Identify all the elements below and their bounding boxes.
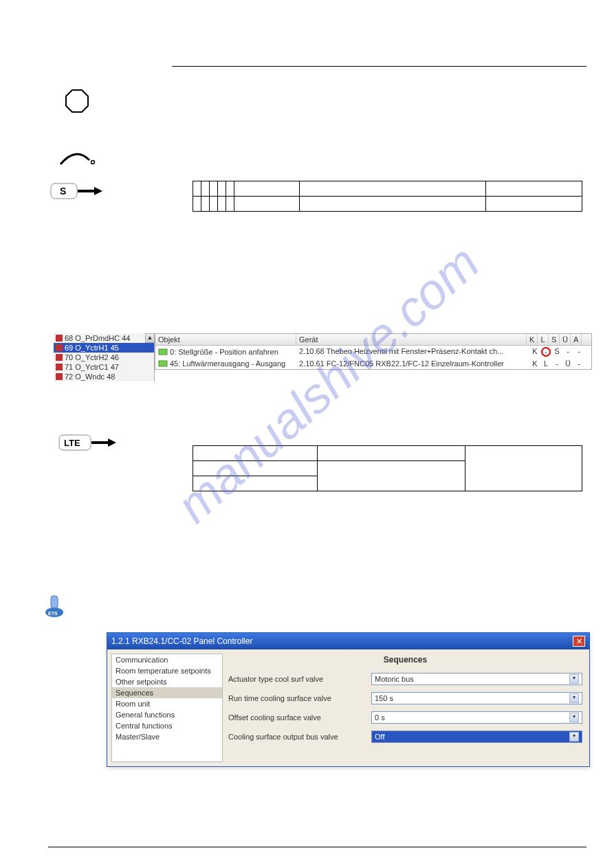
s-arrow-badge: S — [50, 183, 105, 201]
tree-item[interactable]: 70 O_YctrH2 46 — [54, 353, 154, 362]
dialog-heading: Sequences — [228, 655, 582, 665]
param-dropdown[interactable]: Motoric bus▾ — [371, 673, 582, 685]
ets-badge-icon: ETS — [44, 594, 65, 620]
flag-l: - — [540, 347, 551, 357]
group-address-icon — [56, 354, 63, 361]
col-l[interactable]: L — [538, 334, 549, 345]
chevron-down-icon[interactable]: ▾ — [569, 732, 579, 742]
group-address-icon — [56, 364, 63, 370]
octagon-icon — [50, 89, 105, 113]
flag-l: L — [540, 359, 551, 368]
arc-icon — [50, 151, 105, 166]
col-u[interactable]: Ü — [560, 334, 571, 345]
list-header: Objekt Gerät K L S Ü A — [155, 334, 591, 346]
tree-panel: 68 O_PrDmdHC 4469 O_YctrH1 4570 O_YctrH2… — [54, 333, 155, 381]
flag-s: S — [551, 347, 562, 357]
param-label: Actuator type cool surf valve — [228, 675, 366, 683]
col-geraet[interactable]: Gerät — [296, 334, 527, 345]
flag-u: - — [562, 347, 573, 357]
list-row[interactable]: 0: Stellgröße - Position anfahren2.10.68… — [155, 346, 591, 358]
obj-label: 0: Stellgröße - Position anfahren — [170, 348, 278, 356]
param-dropdown[interactable]: 150 s▾ — [371, 692, 582, 704]
param-dropdown[interactable]: Off▾ — [371, 731, 582, 743]
dialog-nav: CommunicationRoom temperature setpointsO… — [111, 654, 223, 762]
scroll-up-icon[interactable]: ▲ — [145, 333, 155, 343]
group-address-icon — [56, 335, 63, 342]
param-row: Offset cooling surface valve0 s▾ — [228, 711, 582, 724]
nav-item[interactable]: General functions — [112, 709, 222, 720]
flag-u: Ü — [562, 359, 573, 368]
comm-object-icon — [158, 348, 168, 356]
param-label: Cooling surface output bus valve — [228, 733, 366, 741]
svg-rect-9 — [51, 596, 58, 608]
group-objects-screenshot: 68 O_PrDmdHC 4469 O_YctrH1 4570 O_YctrH2… — [54, 333, 592, 383]
flag-k: K — [529, 347, 540, 357]
lte-mode-table — [193, 445, 582, 491]
dialog-main: Sequences Actuator type cool surf valveM… — [227, 649, 589, 766]
device-label: 2.10.68 Theben Heizventil mit Fenster+Pr… — [299, 347, 529, 357]
param-dropdown[interactable]: 0 s▾ — [371, 711, 582, 724]
col-objekt[interactable]: Objekt — [155, 334, 296, 345]
param-label: Run time cooling surface valve — [228, 694, 366, 702]
flag-circle-icon: - — [541, 347, 551, 357]
svg-marker-4 — [94, 187, 102, 195]
dialog-title: 1.2.1 RXB24.1/CC-02 Panel Controller — [111, 636, 252, 646]
obj-label: 45: Luftwärmerausgang - Ausgang — [170, 359, 285, 368]
nav-item[interactable]: Communication — [112, 654, 222, 665]
group-address-icon — [56, 344, 63, 351]
col-k[interactable]: K — [527, 334, 538, 345]
nav-item[interactable]: Other setpoints — [112, 676, 222, 687]
flag-a: - — [573, 347, 584, 357]
page: S LTE ETS — [0, 0, 614, 868]
col-s[interactable]: S — [549, 334, 560, 345]
nav-item[interactable]: Central functions — [112, 720, 222, 731]
tree-item[interactable]: 71 O_YctrC1 47 — [54, 362, 154, 372]
dialog-titlebar[interactable]: 1.2.1 RXB24.1/CC-02 Panel Controller ✕ — [107, 633, 589, 649]
icon-column: S — [50, 48, 105, 201]
lte-label: LTE — [64, 438, 80, 448]
svg-text:ETS: ETS — [48, 611, 58, 616]
object-list: Objekt Gerät K L S Ü A 0: Stellgröße - P… — [155, 333, 592, 370]
tree-item-label: 70 O_YctrH2 46 — [65, 353, 119, 361]
tree-item[interactable]: 69 O_YctrH1 45 — [54, 343, 154, 353]
tree-item-label: 68 O_PrDmdHC 44 — [65, 334, 130, 342]
chevron-down-icon[interactable]: ▾ — [569, 713, 579, 722]
svg-rect-11 — [159, 349, 167, 355]
tree-item-label: 71 O_YctrC1 47 — [65, 363, 119, 371]
close-icon[interactable]: ✕ — [573, 636, 585, 647]
param-value: 0 s — [375, 713, 385, 722]
nav-item[interactable]: Sequences — [112, 687, 222, 698]
svg-marker-7 — [108, 438, 116, 447]
hr-bottom — [48, 847, 586, 847]
tree-item-label: 69 O_YctrH1 45 — [65, 344, 119, 352]
svg-marker-0 — [66, 90, 88, 112]
lte-table — [193, 445, 582, 491]
nav-item[interactable]: Room unit — [112, 698, 222, 709]
ets-param-dialog: 1.2.1 RXB24.1/CC-02 Panel Controller ✕ C… — [107, 632, 590, 767]
hr-top — [172, 66, 586, 67]
s-label: S — [60, 186, 66, 197]
param-value: Off — [375, 733, 384, 741]
chevron-down-icon[interactable]: ▾ — [569, 674, 579, 684]
dialog-body: CommunicationRoom temperature setpointsO… — [107, 649, 589, 766]
tree-item-label: 72 O_Wndc 48 — [65, 372, 115, 381]
flag-a: - — [573, 359, 584, 368]
table-outputs — [193, 181, 582, 212]
comm-object-icon — [158, 359, 168, 368]
param-label: Offset cooling surface valve — [228, 713, 366, 722]
param-value: 150 s — [375, 694, 393, 702]
list-row[interactable]: 45: Luftwärmerausgang - Ausgang2.10.61 F… — [155, 358, 591, 369]
lte-arrow-badge: LTE — [58, 434, 118, 454]
group-address-icon — [56, 373, 63, 380]
tree-item[interactable]: 68 O_PrDmdHC 44 — [54, 333, 154, 343]
device-label: 2.10.61 FC-12/FNC05 RXB22.1/FC-12 Einzel… — [299, 359, 529, 368]
tree-item[interactable]: 72 O_Wndc 48 — [54, 372, 154, 381]
nav-item[interactable]: Master/Slave — [112, 731, 222, 742]
nav-item[interactable]: Room temperature setpoints — [112, 665, 222, 676]
chevron-down-icon[interactable]: ▾ — [569, 693, 579, 703]
svg-point-1 — [91, 161, 95, 164]
flag-s: - — [551, 359, 562, 368]
param-row: Run time cooling surface valve150 s▾ — [228, 692, 582, 704]
col-a[interactable]: A — [571, 334, 582, 345]
svg-rect-12 — [159, 361, 167, 366]
